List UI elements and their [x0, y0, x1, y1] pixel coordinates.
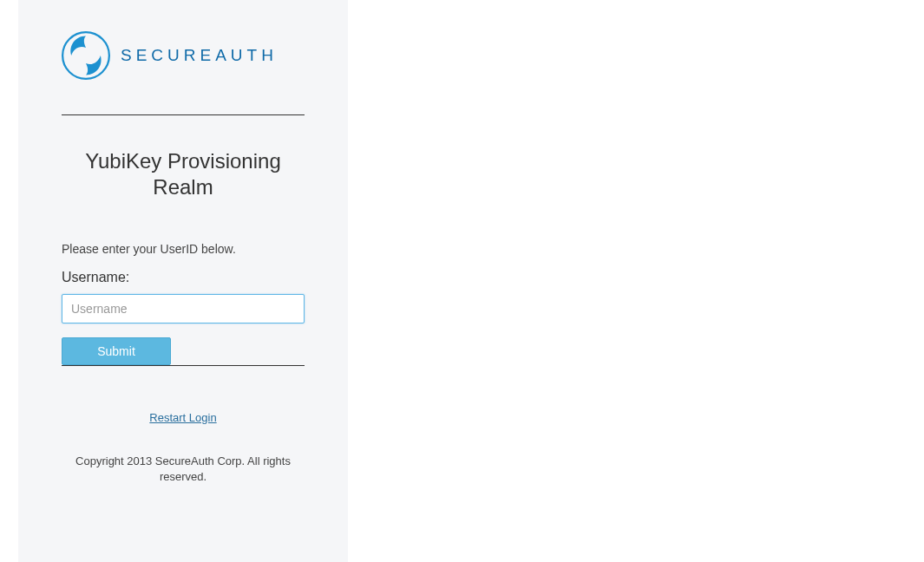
copyright-text: Copyright 2013 SecureAuth Corp. All righ… [62, 454, 305, 485]
submit-button[interactable]: Submit [62, 337, 171, 365]
secureauth-logo-icon [62, 31, 110, 80]
divider-bottom [62, 365, 305, 366]
page-title: YubiKey Provisioning Realm [62, 148, 305, 200]
username-label: Username: [62, 270, 322, 285]
login-panel: SECUREAUTH YubiKey Provisioning Realm Pl… [18, 0, 348, 562]
svg-point-0 [62, 32, 109, 79]
instruction-text: Please enter your UserID below. [62, 242, 322, 256]
brand-name: SECUREAUTH [121, 46, 278, 65]
username-input[interactable] [62, 294, 305, 323]
divider-top [62, 114, 305, 115]
restart-login-link[interactable]: Restart Login [62, 411, 305, 424]
brand-logo: SECUREAUTH [62, 31, 322, 80]
